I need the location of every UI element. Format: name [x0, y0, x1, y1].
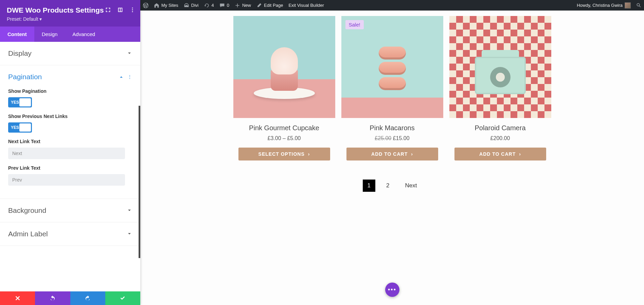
wordpress-icon [143, 3, 148, 8]
sync-icon [204, 3, 210, 8]
toggle-show-prev-next[interactable]: YES [8, 122, 32, 133]
label-show-prev-next: Show Previous Next Links [8, 114, 132, 119]
panel-body: Display Pagination ⋮ Show Pagination YES… [0, 42, 140, 291]
exit-visual-builder[interactable]: Exit Visual Builder [286, 0, 327, 11]
comments-count: 0 [227, 3, 229, 8]
product-price: £3.00 – £5.00 [233, 135, 335, 141]
panel-header: DWE Woo Products Settings Preset: Defaul… [0, 0, 140, 27]
chevron-down-icon [127, 51, 132, 56]
page-2[interactable]: 2 [381, 180, 394, 192]
chevron-up-icon [119, 74, 124, 80]
chevron-right-icon: › [519, 151, 521, 157]
section-background-header[interactable]: Background [0, 199, 140, 222]
search-icon [636, 3, 641, 8]
product-card: Pink Gourmet Cupcake £3.00 – £5.00 SELEC… [233, 16, 335, 160]
label-prev-link-text: Prev Link Text [8, 165, 132, 171]
redo-button[interactable] [70, 291, 105, 305]
updates-count: 4 [212, 3, 214, 8]
chevron-right-icon: › [411, 151, 413, 157]
toggle-show-pagination[interactable]: YES [8, 97, 32, 107]
comments[interactable]: 0 [217, 0, 232, 11]
plus-icon [235, 3, 240, 8]
section-display-header[interactable]: Display [0, 42, 140, 65]
section-pagination-title: Pagination [8, 73, 42, 81]
product-price: £200.00 [449, 135, 551, 141]
add-to-cart-button[interactable]: ADD TO CART› [454, 148, 546, 160]
preview-area: Pink Gourmet Cupcake £3.00 – £5.00 SELEC… [140, 11, 644, 305]
product-image[interactable] [233, 16, 335, 118]
input-prev-link-text[interactable] [8, 174, 125, 186]
tab-design[interactable]: Design [34, 27, 65, 42]
add-to-cart-button[interactable]: ADD TO CART› [346, 148, 438, 160]
section-admin-label-header[interactable]: Admin Label [0, 222, 140, 245]
tab-advanced[interactable]: Advanced [65, 27, 103, 42]
section-pagination: Pagination ⋮ Show Pagination YES Show Pr… [0, 65, 140, 199]
chevron-right-icon: › [308, 151, 310, 157]
howdy-text: Howdy, Christina Gwira [577, 3, 623, 8]
svg-point-0 [132, 7, 133, 9]
divi-menu[interactable]: Divi [181, 0, 201, 11]
panel-preset[interactable]: Preset: Default ▾ [7, 16, 133, 22]
product-image[interactable] [449, 16, 551, 118]
wp-logo[interactable] [140, 0, 151, 11]
chevron-down-icon [127, 208, 132, 213]
sale-badge: Sale! [345, 20, 364, 29]
chevron-down-icon [127, 231, 132, 237]
section-more-icon[interactable]: ⋮ [127, 74, 132, 80]
svg-point-2 [132, 11, 133, 12]
home-icon [154, 3, 159, 8]
edit-label: Edit Page [264, 3, 283, 8]
scrollbar[interactable] [139, 106, 140, 258]
expand-icon[interactable] [105, 7, 111, 13]
gauge-icon [184, 3, 189, 8]
pencil-icon [256, 3, 262, 8]
cancel-button[interactable] [0, 291, 35, 305]
svg-point-1 [132, 10, 133, 11]
admin-search[interactable] [633, 0, 644, 11]
more-icon[interactable] [129, 7, 136, 13]
section-admin-label: Admin Label [0, 222, 140, 246]
avatar [625, 2, 631, 9]
product-title[interactable]: Pink Gourmet Cupcake [233, 124, 335, 132]
section-display-title: Display [8, 49, 32, 57]
input-next-link-text[interactable] [8, 148, 125, 159]
product-image[interactable]: Sale! [341, 16, 443, 118]
divi-label: Divi [191, 3, 199, 8]
new[interactable]: New [232, 0, 254, 11]
save-button[interactable] [105, 291, 140, 305]
products-row: Pink Gourmet Cupcake £3.00 – £5.00 SELEC… [140, 11, 644, 171]
new-label: New [242, 3, 251, 8]
product-title[interactable]: Pink Macarons [341, 124, 443, 132]
exit-label: Exit Visual Builder [288, 3, 324, 8]
product-title[interactable]: Polaroid Camera [449, 124, 551, 132]
tab-content[interactable]: Content [0, 27, 34, 42]
section-admin-label-title: Admin Label [8, 230, 48, 238]
section-background-title: Background [8, 206, 46, 215]
howdy[interactable]: Howdy, Christina Gwira [574, 0, 633, 11]
page-1[interactable]: 1 [363, 180, 375, 192]
my-sites-label: My Sites [161, 3, 178, 8]
panel-footer [0, 291, 140, 305]
product-price: £25.00 £15.00 [341, 135, 443, 141]
undo-button[interactable] [35, 291, 70, 305]
updates[interactable]: 4 [201, 0, 217, 11]
layout-icon[interactable] [117, 7, 123, 13]
select-options-button[interactable]: SELECT OPTIONS› [238, 148, 330, 160]
comment-icon [219, 3, 225, 8]
section-display: Display [0, 42, 140, 65]
pagination: 1 2 Next [140, 171, 644, 205]
panel-tabs: Content Design Advanced [0, 27, 140, 42]
edit-page[interactable]: Edit Page [254, 0, 286, 11]
wp-admin-bar: My Sites Divi 4 0 New Edit Page Exit Vis… [140, 0, 644, 11]
my-sites[interactable]: My Sites [151, 0, 181, 11]
section-background: Background [0, 199, 140, 222]
section-pagination-header[interactable]: Pagination ⋮ [0, 65, 140, 88]
product-card: Polaroid Camera £200.00 ADD TO CART› [449, 16, 551, 160]
product-card: Sale! Pink Macarons £25.00 £15.00 ADD TO… [341, 16, 443, 160]
label-show-pagination: Show Pagination [8, 88, 132, 94]
settings-panel: DWE Woo Products Settings Preset: Defaul… [0, 0, 140, 305]
divi-fab-button[interactable]: ••• [385, 283, 399, 297]
label-next-link-text: Next Link Text [8, 139, 132, 144]
page-next[interactable]: Next [400, 180, 422, 192]
